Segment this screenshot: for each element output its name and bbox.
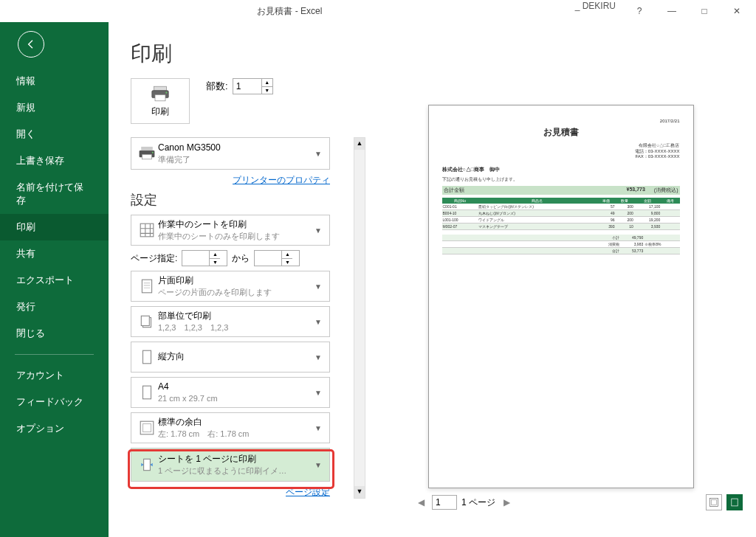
print-preview: 2017/2/21 お見積書 有限会社○△□工務店電話：03-XXXX-XXXX… bbox=[379, 105, 743, 537]
svg-rect-18 bbox=[712, 500, 717, 505]
back-button[interactable] bbox=[18, 31, 44, 58]
svg-rect-0 bbox=[154, 86, 167, 91]
page-title: 印刷 bbox=[131, 40, 352, 68]
sidebar-item-account[interactable]: アカウント bbox=[0, 362, 109, 389]
svg-rect-15 bbox=[143, 424, 151, 432]
svg-rect-13 bbox=[143, 386, 151, 399]
single-side-icon bbox=[136, 278, 158, 294]
sidebar-item-info[interactable]: 情報 bbox=[0, 68, 109, 94]
svg-rect-5 bbox=[141, 147, 153, 150]
copies-down[interactable]: ▼ bbox=[262, 86, 272, 94]
sidebar-item-options[interactable]: オプション bbox=[0, 415, 109, 442]
sidebar-item-close[interactable]: 閉じる bbox=[0, 320, 109, 347]
print-scope-selector[interactable]: 作業中のシートを印刷作業中のシートのみを印刷します ▼ bbox=[131, 215, 330, 246]
svg-rect-8 bbox=[140, 224, 154, 237]
fit-page-icon bbox=[136, 457, 158, 473]
sidebar-item-publish[interactable]: 発行 bbox=[0, 294, 109, 320]
close-button[interactable]: ✕ bbox=[722, 1, 752, 21]
margins-icon bbox=[136, 420, 158, 436]
sides-selector[interactable]: 片面印刷ページの片面のみを印刷します ▼ bbox=[131, 271, 330, 302]
scroll-down[interactable]: ▼ bbox=[354, 486, 365, 498]
show-margins-button[interactable] bbox=[706, 494, 722, 510]
printer-icon bbox=[150, 85, 171, 103]
sidebar-item-save[interactable]: 上書き保存 bbox=[0, 148, 109, 174]
scroll-up[interactable]: ▲ bbox=[354, 138, 365, 150]
svg-rect-9 bbox=[142, 280, 151, 293]
settings-header: 設定 bbox=[131, 191, 352, 209]
copies-label: 部数: bbox=[206, 80, 228, 93]
paper-selector[interactable]: A421 cm x 29.7 cm ▼ bbox=[131, 377, 330, 408]
collate-selector[interactable]: 部単位で印刷1,2,3 1,2,3 1,2,3 ▼ bbox=[131, 306, 330, 337]
copies-up[interactable]: ▲ bbox=[262, 79, 272, 86]
sheet-icon bbox=[136, 222, 158, 238]
svg-rect-2 bbox=[155, 94, 165, 100]
page-total: 1 ページ bbox=[461, 496, 495, 509]
page-setup-link[interactable]: ページ設定 bbox=[131, 486, 330, 499]
chevron-down-icon: ▼ bbox=[312, 150, 325, 158]
printer-selector[interactable]: Canon MG3500準備完了 ▼ bbox=[131, 137, 330, 170]
prev-page-button[interactable]: ◀ bbox=[414, 497, 427, 507]
margins-selector[interactable]: 標準の余白左: 1.78 cm 右: 1.78 cm ▼ bbox=[131, 412, 330, 443]
svg-point-7 bbox=[152, 152, 154, 153]
orientation-selector[interactable]: 縦方向 ▼ bbox=[131, 342, 330, 373]
collate-icon bbox=[136, 313, 158, 330]
sidebar-item-saveas[interactable]: 名前を付けて保存 bbox=[0, 174, 109, 214]
help-button[interactable]: ? bbox=[625, 1, 654, 21]
sidebar-item-export[interactable]: エクスポート bbox=[0, 267, 109, 294]
page-to-stepper[interactable]: ▲▼ bbox=[254, 250, 300, 266]
svg-rect-17 bbox=[709, 498, 718, 506]
svg-rect-12 bbox=[143, 350, 151, 364]
svg-rect-19 bbox=[732, 499, 738, 506]
sidebar-item-feedback[interactable]: フィードバック bbox=[0, 389, 109, 415]
sidebar-item-open[interactable]: 開く bbox=[0, 121, 109, 148]
zoom-to-page-button[interactable] bbox=[726, 494, 743, 510]
settings-scrollbar[interactable]: ▲ ▼ bbox=[354, 137, 365, 499]
minimize-button[interactable]: — bbox=[657, 1, 687, 21]
copies-stepper[interactable]: ▲▼ bbox=[233, 78, 273, 94]
printer-properties-link[interactable]: プリンターのプロパティ bbox=[131, 174, 330, 187]
next-page-button[interactable]: ▶ bbox=[500, 497, 513, 507]
sidebar-item-print[interactable]: 印刷 bbox=[0, 214, 109, 240]
portrait-icon bbox=[136, 349, 158, 365]
page-range-label: ページ指定: bbox=[131, 252, 177, 265]
svg-point-3 bbox=[165, 91, 167, 93]
preview-page: 2017/2/21 お見積書 有限会社○△□工務店電話：03-XXXX-XXXX… bbox=[428, 105, 694, 488]
titlebar: お見積書 - Excel _ DEKIRU ? — □ ✕ bbox=[0, 0, 756, 22]
page-number-input[interactable] bbox=[432, 495, 457, 510]
svg-rect-14 bbox=[140, 421, 154, 434]
print-button[interactable]: 印刷 bbox=[131, 78, 190, 124]
sidebar: 情報新規開く上書き保存名前を付けて保存印刷共有エクスポート発行閉じる アカウント… bbox=[0, 22, 109, 537]
sidebar-item-share[interactable]: 共有 bbox=[0, 240, 109, 267]
user-label: _ DEKIRU bbox=[575, 1, 616, 21]
maximize-button[interactable]: □ bbox=[690, 1, 719, 21]
page-from-stepper[interactable]: ▲▼ bbox=[182, 250, 227, 266]
svg-rect-6 bbox=[142, 154, 152, 159]
scale-selector[interactable]: シートを 1 ページに印刷1 ページに収まるように印刷イメ… ▼ bbox=[131, 448, 330, 482]
sidebar-item-new[interactable]: 新規 bbox=[0, 94, 109, 121]
printer-device-icon bbox=[136, 145, 158, 162]
svg-rect-11 bbox=[141, 316, 149, 325]
paper-icon bbox=[136, 384, 158, 401]
svg-rect-16 bbox=[144, 459, 151, 470]
copies-input[interactable] bbox=[233, 79, 261, 94]
